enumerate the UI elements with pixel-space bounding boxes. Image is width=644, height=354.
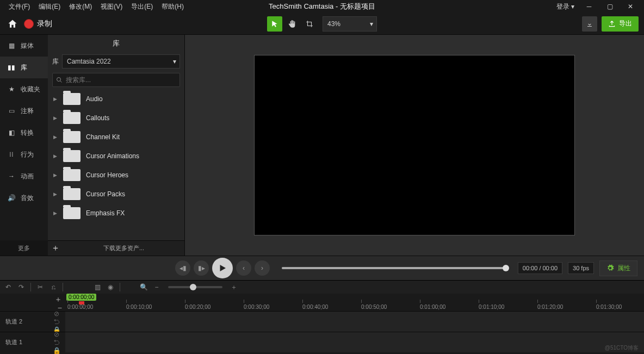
timeline-track[interactable]: 轨道 2⊘⮌🔒 <box>0 311 644 332</box>
marker-button[interactable]: ◉ <box>106 282 115 292</box>
library-icon: ▮▮ <box>7 64 16 71</box>
download-button[interactable] <box>582 16 597 32</box>
library-add-button[interactable]: ＋ <box>48 243 63 254</box>
play-button[interactable] <box>212 258 233 278</box>
search-input[interactable] <box>66 76 176 84</box>
menu-export[interactable]: 导出(E) <box>127 0 157 13</box>
menu-view[interactable]: 视图(V) <box>96 0 127 13</box>
play-icon <box>218 263 227 273</box>
library-folder[interactable]: ▶Cursor Heroes <box>48 165 184 184</box>
animation-icon: → <box>7 172 16 180</box>
library-folder[interactable]: ▶Callouts <box>48 108 184 127</box>
zoom-out-button[interactable]: − <box>152 282 162 292</box>
ruler-tick: 0:01:30;00 <box>596 304 622 310</box>
next-frame-button[interactable]: ▮▸ <box>194 260 209 276</box>
transition-icon: ◧ <box>7 129 16 136</box>
share-icon <box>608 20 616 28</box>
tool-sidebar: ▦媒体 ▮▮库 ★收藏夹 ▭注释 ◧转换 ⁞⁞行为 →动画 🔊音效 更多 <box>0 35 48 256</box>
library-folder[interactable]: ▶Emphasis FX <box>48 203 184 222</box>
magnet-button[interactable]: ▥ <box>92 282 102 292</box>
prev-clip-button[interactable]: ‹ <box>236 260 251 276</box>
sidebar-animations[interactable]: →动画 <box>0 165 48 187</box>
folder-label: Audio <box>86 95 103 103</box>
scrubber-handle[interactable] <box>503 265 509 271</box>
hand-tool[interactable] <box>284 16 300 32</box>
prev-frame-button[interactable]: ◂▮ <box>175 260 190 276</box>
crop-icon <box>306 20 313 28</box>
minimize-button[interactable]: ─ <box>580 0 598 13</box>
fps-display: 30 fps <box>568 262 594 274</box>
ruler-tick: 0:00:20;00 <box>185 304 210 310</box>
menu-file[interactable]: 文件(F) <box>4 0 34 13</box>
home-button[interactable] <box>5 17 20 31</box>
sidebar-audio-fx[interactable]: 🔊音效 <box>0 187 48 209</box>
crop-tool[interactable] <box>302 16 317 32</box>
timeline-ruler[interactable]: 0:00:00;00 0:00:00;000:00:10;000:00:20;0… <box>65 294 644 311</box>
folder-label: Cursor Packs <box>86 190 125 198</box>
library-folder[interactable]: ▶Cursor Animations <box>48 146 184 165</box>
time-display: 00:00 / 00:00 <box>518 262 562 274</box>
record-button[interactable]: 录制 <box>24 19 52 29</box>
zoom-fit-button[interactable]: 🔍 <box>139 282 148 292</box>
library-download-more[interactable]: 下载更多资产... <box>63 244 184 252</box>
timeline-track[interactable]: 轨道 1⊘⮌🔒 <box>0 332 644 352</box>
sidebar-annotations[interactable]: ▭注释 <box>0 100 48 122</box>
record-icon <box>24 19 34 29</box>
download-icon <box>586 21 593 27</box>
zoom-in-button[interactable]: ＋ <box>229 282 239 292</box>
redo-button[interactable]: ↷ <box>16 282 26 292</box>
folder-label: Callouts <box>86 114 109 122</box>
undo-button[interactable]: ↶ <box>3 282 13 292</box>
library-panel: 库 库 Camtasia 2022 ▶Audio▶Callouts▶Channe… <box>48 35 185 256</box>
library-folder[interactable]: ▶Cursor Packs <box>48 184 184 203</box>
folder-icon <box>63 207 81 219</box>
watermark: @51CTO博客 <box>605 344 639 352</box>
sidebar-behaviors[interactable]: ⁞⁞行为 <box>0 144 48 165</box>
timeline: ↶ ↷ ✂ ⎌ ▥ ◉ 🔍 − ＋ ＋ − 0:00:00;00 0:00:00… <box>0 281 644 354</box>
cut-button[interactable]: ✂ <box>35 282 45 292</box>
ruler-tick: 0:00:50;00 <box>361 304 387 310</box>
library-select[interactable]: Camtasia 2022 <box>62 54 180 69</box>
timeline-zoom-slider[interactable] <box>168 286 222 288</box>
library-folder[interactable]: ▶Audio <box>48 89 184 108</box>
zoom-slider-handle[interactable] <box>190 284 196 290</box>
library-folder[interactable]: ▶Channel Kit <box>48 127 184 146</box>
library-select-label: 库 <box>52 57 59 66</box>
playback-scrubber[interactable] <box>282 267 506 269</box>
zoom-select[interactable]: 43% <box>323 16 377 32</box>
ruler-tick: 0:01:10;00 <box>479 304 504 310</box>
export-button[interactable]: 导出 <box>602 16 639 32</box>
menubar: 文件(F) 编辑(E) 修改(M) 视图(V) 导出(E) 帮助(H) Tech… <box>0 0 644 13</box>
remove-track-button[interactable]: − <box>58 303 62 312</box>
split-button[interactable]: ⎌ <box>48 282 58 292</box>
chevron-right-icon: ▶ <box>53 134 58 140</box>
library-search[interactable] <box>52 73 180 87</box>
properties-button[interactable]: 属性 <box>599 260 637 276</box>
close-button[interactable]: ✕ <box>621 0 640 13</box>
track-controls[interactable]: ⊘⮌🔒 <box>48 312 65 332</box>
preview-canvas[interactable] <box>254 55 575 235</box>
menu-help[interactable]: 帮助(H) <box>157 0 188 13</box>
record-label: 录制 <box>37 19 52 29</box>
sidebar-more[interactable]: 更多 <box>0 240 48 256</box>
sidebar-library[interactable]: ▮▮库 <box>0 57 48 78</box>
menu-edit[interactable]: 编辑(E) <box>34 0 65 13</box>
login-button[interactable]: 登录 ▾ <box>553 2 578 11</box>
chevron-right-icon: ▶ <box>53 210 58 216</box>
gear-icon <box>606 264 614 272</box>
sidebar-favorites[interactable]: ★收藏夹 <box>0 78 48 100</box>
callout-icon: ▭ <box>7 107 16 115</box>
maximize-button[interactable]: ▢ <box>600 0 619 13</box>
playhead[interactable]: 0:00:00;00 <box>66 294 96 305</box>
sidebar-transitions[interactable]: ◧转换 <box>0 122 48 144</box>
track-label: 轨道 1 <box>0 332 48 352</box>
menu-modify[interactable]: 修改(M) <box>65 0 96 13</box>
track-controls[interactable]: ⊘⮌🔒 <box>48 332 65 352</box>
playhead-time: 0:00:00;00 <box>66 294 96 301</box>
track-lane[interactable] <box>65 332 644 352</box>
cursor-tool[interactable] <box>267 16 282 32</box>
sidebar-media[interactable]: ▦媒体 <box>0 35 48 57</box>
track-lane[interactable] <box>65 312 644 332</box>
folder-icon <box>63 188 81 200</box>
next-clip-button[interactable]: › <box>255 260 270 276</box>
